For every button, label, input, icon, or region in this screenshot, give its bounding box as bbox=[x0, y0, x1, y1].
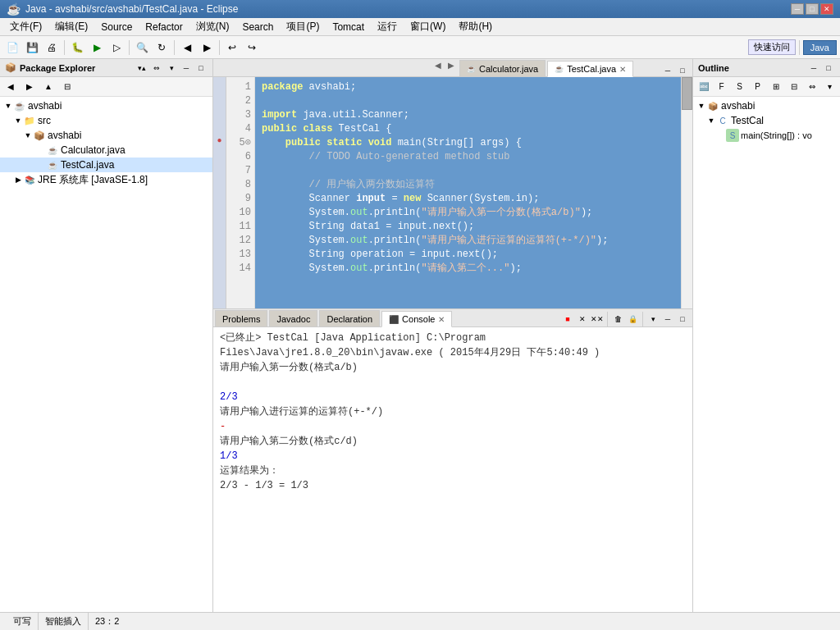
back-nav-button[interactable]: ◀ bbox=[2, 78, 20, 96]
forward-nav-button[interactable]: ▶ bbox=[21, 78, 39, 96]
menu-navigate[interactable]: 浏览(N) bbox=[189, 18, 236, 35]
link-with-editor-button[interactable]: ⇔ bbox=[150, 62, 163, 74]
menu-help[interactable]: 帮助(H) bbox=[452, 18, 499, 35]
menu-search[interactable]: Search bbox=[235, 20, 280, 34]
maximize-button[interactable]: □ bbox=[806, 3, 819, 15]
outline-arrow-avshabi[interactable]: ▼ bbox=[696, 102, 706, 110]
scrollbar-thumb[interactable] bbox=[682, 77, 692, 110]
menu-file[interactable]: 文件(F) bbox=[3, 18, 48, 35]
outline-method-icon: S bbox=[726, 129, 739, 142]
menu-window[interactable]: 窗口(W) bbox=[404, 18, 452, 35]
tab-declaration[interactable]: Declaration bbox=[319, 310, 380, 326]
tab-testcal[interactable]: ☕ TestCal.java ✕ bbox=[547, 61, 633, 77]
package-explorer-controls: ▾▴ ⇔ ▾ ─ □ bbox=[135, 62, 208, 74]
terminate-button[interactable]: ■ bbox=[561, 313, 574, 325]
tab-problems[interactable]: Problems bbox=[215, 310, 267, 326]
outline-sort-button[interactable]: 🔤 bbox=[695, 78, 712, 96]
tree-item-calculator[interactable]: ☕ Calculator.java bbox=[0, 143, 212, 158]
outline-arrow-testcal[interactable]: ▼ bbox=[706, 116, 716, 125]
menu-tomcat[interactable]: Tomcat bbox=[326, 20, 371, 34]
tab-calculator[interactable]: ☕ Calculator.java bbox=[459, 60, 546, 76]
outline-avshabi-icon: 📦 bbox=[706, 99, 719, 112]
outline-min-button[interactable]: ─ bbox=[807, 62, 820, 74]
outline-hide-static-button[interactable]: S bbox=[731, 78, 748, 96]
titlebar-text: Java - avshabi/src/avshabi/TestCal.java … bbox=[25, 3, 238, 15]
status-position: 23：2 bbox=[89, 613, 126, 630]
outline-max-button[interactable]: □ bbox=[822, 62, 835, 74]
tab-console[interactable]: ⬛ Console ✕ bbox=[381, 311, 452, 327]
outline-item-testcal[interactable]: ▼ C TestCal bbox=[693, 113, 840, 128]
next-button[interactable]: ▶ bbox=[198, 39, 216, 57]
outline-panel: Outline ─ □ 🔤 F S P ⊞ ⊟ ⇔ ▾ ▼ bbox=[692, 59, 840, 612]
outline-hide-fields-button[interactable]: F bbox=[713, 78, 730, 96]
editor-nav-right[interactable]: ▶ bbox=[448, 61, 454, 70]
tree-item-avshabi-project[interactable]: ▼ ☕ avshabi bbox=[0, 98, 212, 113]
editor-nav-left[interactable]: ◀ bbox=[435, 61, 441, 70]
tree-item-avshabi-pkg[interactable]: ▼ 📦 avshabi bbox=[0, 128, 212, 143]
expand-arrow-jre[interactable]: ▶ bbox=[13, 176, 23, 184]
outline-item-main[interactable]: S main(String[]) : vo bbox=[693, 128, 840, 143]
tree-label-src: src bbox=[38, 115, 51, 126]
line-num-10: 10 bbox=[230, 206, 251, 220]
outline-item-avshabi[interactable]: ▼ 📦 avshabi bbox=[693, 98, 840, 113]
tree-item-jre[interactable]: ▶ 📚 JRE 系统库 [JavaSE-1.8] bbox=[0, 172, 212, 187]
expand-arrow-pkg[interactable]: ▼ bbox=[23, 131, 33, 139]
save-button[interactable]: 💾 bbox=[23, 39, 41, 57]
expand-arrow-avshabi[interactable]: ▼ bbox=[3, 102, 13, 110]
minimize-button[interactable]: ─ bbox=[791, 3, 804, 15]
editor-min-button[interactable]: ─ bbox=[661, 65, 674, 76]
gutter-7 bbox=[213, 161, 226, 175]
outline-viewmenu-button[interactable]: ▾ bbox=[821, 78, 838, 96]
tree-item-testcal[interactable]: ☕ TestCal.java bbox=[0, 158, 212, 172]
outline-link-button[interactable]: ⇔ bbox=[803, 78, 820, 96]
search-button[interactable]: 🔍 bbox=[133, 39, 151, 57]
quick-access[interactable]: 快速访问 bbox=[748, 39, 796, 55]
outline-hide-nonpublic-button[interactable]: P bbox=[749, 78, 766, 96]
tab-declaration-label: Declaration bbox=[326, 314, 372, 324]
print-button[interactable]: 🖨 bbox=[43, 39, 61, 57]
bottom-min-button[interactable]: ─ bbox=[661, 313, 674, 325]
expand-arrow-src[interactable]: ▼ bbox=[13, 116, 23, 125]
debug-button[interactable]: 🐛 bbox=[68, 39, 86, 57]
editor-max-button[interactable]: □ bbox=[676, 65, 689, 76]
scroll-lock-button[interactable]: 🔒 bbox=[626, 313, 639, 325]
collapse-all-button[interactable]: ▾▴ bbox=[135, 62, 148, 74]
remove-launch-button[interactable]: ✕ bbox=[576, 313, 589, 325]
close-button[interactable]: ✕ bbox=[820, 3, 833, 15]
menu-project[interactable]: 项目(P) bbox=[280, 18, 326, 35]
tab-console-label: Console bbox=[402, 314, 435, 324]
collapse-pkg-button[interactable]: ⊟ bbox=[58, 78, 76, 96]
clear-console-button[interactable]: 🗑 bbox=[611, 313, 624, 325]
prev-button[interactable]: ◀ bbox=[178, 39, 196, 57]
tab-javadoc[interactable]: Javadoc bbox=[269, 310, 317, 326]
new-button[interactable]: 📄 bbox=[3, 39, 21, 57]
line-num-13: 13 bbox=[230, 248, 251, 262]
code-editor[interactable]: ● 1 2 3 4 5⊙ 6 bbox=[213, 77, 692, 308]
menu-source[interactable]: Source bbox=[94, 20, 139, 34]
editor-scrollbar[interactable] bbox=[681, 77, 692, 308]
redo-button[interactable]: ↪ bbox=[243, 39, 261, 57]
menu-refactor[interactable]: Refactor bbox=[139, 20, 189, 34]
tab-console-close[interactable]: ✕ bbox=[438, 315, 445, 324]
menu-edit[interactable]: 编辑(E) bbox=[48, 18, 94, 35]
code-line-8: // 用户输入两分数如运算符 bbox=[262, 178, 674, 192]
maximize-panel-button[interactable]: □ bbox=[194, 62, 208, 74]
code-content[interactable]: package avshabi; import java.util.Scanne… bbox=[255, 77, 681, 308]
outline-title: Outline bbox=[698, 63, 729, 73]
remove-all-button[interactable]: ✕✕ bbox=[591, 313, 604, 325]
view-menu-button[interactable]: ▾ bbox=[165, 62, 178, 74]
run-button[interactable]: ▶ bbox=[88, 39, 106, 57]
minimize-panel-button[interactable]: ─ bbox=[180, 62, 193, 74]
up-button[interactable]: ▲ bbox=[39, 78, 57, 96]
bottom-max-button[interactable]: □ bbox=[676, 313, 689, 325]
perspective-java[interactable]: Java bbox=[803, 40, 837, 55]
tab-testcal-close[interactable]: ✕ bbox=[619, 65, 626, 74]
run-external-button[interactable]: ▷ bbox=[107, 39, 126, 57]
refresh-button[interactable]: ↻ bbox=[153, 39, 171, 57]
undo-button[interactable]: ↩ bbox=[223, 39, 241, 57]
menu-run[interactable]: 运行 bbox=[371, 18, 404, 35]
outline-expand-button[interactable]: ⊞ bbox=[767, 78, 784, 96]
outline-collapse-button[interactable]: ⊟ bbox=[785, 78, 802, 96]
tree-item-src[interactable]: ▼ 📁 src bbox=[0, 113, 212, 128]
console-options-button[interactable]: ▾ bbox=[646, 313, 660, 325]
